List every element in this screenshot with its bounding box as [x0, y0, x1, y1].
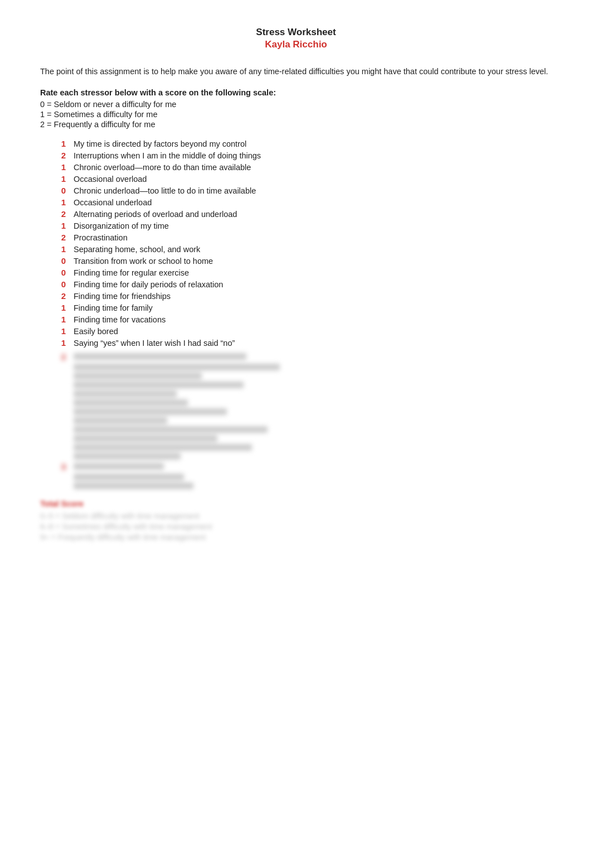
- stressor-row: 1Finding time for vacations: [50, 315, 552, 324]
- stressor-score: 1: [50, 326, 66, 336]
- scale-header: Rate each stressor below with a score on…: [40, 88, 552, 97]
- stressor-row: 1Separating home, school, and work: [50, 244, 552, 254]
- stressor-text: Transition from work or school to home: [74, 257, 552, 266]
- stressor-score: 1: [50, 221, 66, 230]
- stressor-text: Finding time for daily periods of relaxa…: [74, 280, 552, 289]
- stressor-text: Alternating periods of overload and unde…: [74, 210, 552, 219]
- blurred-score: 2: [50, 352, 66, 361]
- blurred-row: [50, 390, 552, 397]
- blurred-row: [50, 453, 552, 460]
- blurred-row: [50, 364, 552, 370]
- stressor-text: Saying “yes” when I later wish I had sai…: [74, 339, 552, 348]
- stressor-row: 1Occasional overload: [50, 174, 552, 184]
- blurred-row: [50, 483, 552, 489]
- blurred-bar: [74, 390, 177, 397]
- stressor-row: 2Finding time for friendships: [50, 291, 552, 301]
- stressor-row: 0Transition from work or school to home: [50, 256, 552, 266]
- stressor-text: Disorganization of my time: [74, 221, 552, 230]
- stressor-row: 1Easily bored: [50, 326, 552, 336]
- stressor-text: Chronic underload—too little to do in ti…: [74, 186, 552, 195]
- blurred-row: [50, 417, 552, 424]
- stressor-score: 2: [50, 209, 66, 219]
- stressor-text: Occasional underload: [74, 198, 552, 207]
- stressor-text: My time is directed by factors beyond my…: [74, 139, 552, 148]
- blurred-bar: [74, 444, 252, 451]
- stressor-text: Easily bored: [74, 327, 552, 336]
- stressor-score: 2: [50, 233, 66, 242]
- total-scale-lines: 0–5 = Seldom difficulty with time manage…: [40, 512, 552, 542]
- blurred-bar: [74, 483, 193, 489]
- stressor-score: 0: [50, 186, 66, 195]
- blurred-row: 3: [50, 462, 552, 471]
- stressor-row: 0Chronic underload—too little to do in t…: [50, 186, 552, 195]
- scale-item-0: 0 = Seldom or never a difficulty for me: [40, 100, 552, 109]
- stressor-text: Procrastination: [74, 233, 552, 242]
- stressor-score: 1: [50, 338, 66, 348]
- blurred-row: [50, 474, 552, 480]
- stressor-score: 0: [50, 279, 66, 289]
- stressor-row: 1My time is directed by factors beyond m…: [50, 139, 552, 148]
- blurred-bar: [74, 417, 167, 424]
- blurred-row: [50, 382, 552, 388]
- stressor-text: Finding time for vacations: [74, 315, 552, 324]
- blurred-bar: [74, 353, 246, 360]
- blurred-bar: [74, 463, 164, 470]
- stressor-row: 2Procrastination: [50, 233, 552, 242]
- total-score-label: Total Score: [40, 499, 552, 508]
- stressor-text: Finding time for friendships: [74, 292, 552, 301]
- blurred-list: 23: [50, 352, 552, 489]
- blurred-bar: [74, 382, 244, 388]
- blurred-bar: [74, 399, 188, 406]
- stressor-score: 1: [50, 303, 66, 312]
- blurred-row: [50, 399, 552, 406]
- scale-item-1: 1 = Sometimes a difficulty for me: [40, 110, 552, 119]
- stressor-score: 0: [50, 268, 66, 277]
- stressor-text: Separating home, school, and work: [74, 245, 552, 254]
- blurred-bar: [74, 373, 202, 379]
- stressor-row: 1Chronic overload—more to do than time a…: [50, 162, 552, 172]
- blurred-row: 2: [50, 352, 552, 361]
- stressor-row: 2Interruptions when I am in the middle o…: [50, 151, 552, 160]
- blurred-score: 3: [50, 462, 66, 471]
- stressor-score: 2: [50, 291, 66, 301]
- stressor-list: 1My time is directed by factors beyond m…: [50, 139, 552, 348]
- stressor-row: 1Occasional underload: [50, 197, 552, 207]
- stressor-text: Occasional overload: [74, 175, 552, 184]
- total-scale-line: 9+ = Frequently difficulty with time man…: [40, 533, 552, 542]
- blurred-row: [50, 444, 552, 451]
- stressor-row: 0Finding time for regular exercise: [50, 268, 552, 277]
- page-header: Stress Worksheet Kayla Ricchio: [40, 27, 552, 50]
- blurred-bar: [74, 426, 268, 433]
- total-scale-line: 0–5 = Seldom difficulty with time manage…: [40, 512, 552, 520]
- stressor-score: 1: [50, 139, 66, 148]
- page-title: Stress Worksheet: [40, 27, 552, 38]
- total-section: Total Score 0–5 = Seldom difficulty with…: [40, 499, 552, 542]
- stressor-score: 1: [50, 315, 66, 324]
- blurred-row: [50, 426, 552, 433]
- blurred-row: [50, 373, 552, 379]
- stressor-score: 1: [50, 244, 66, 254]
- blurred-bar: [74, 453, 181, 460]
- scale-item-2: 2 = Frequently a difficulty for me: [40, 120, 552, 129]
- blurred-bar: [74, 435, 217, 442]
- stressor-row: 1Disorganization of my time: [50, 221, 552, 230]
- stressor-score: 2: [50, 151, 66, 160]
- stressor-score: 0: [50, 256, 66, 266]
- stressor-score: 1: [50, 174, 66, 184]
- blurred-row: [50, 435, 552, 442]
- stressor-row: 2Alternating periods of overload and und…: [50, 209, 552, 219]
- stressor-text: Finding time for family: [74, 303, 552, 312]
- stressor-score: 1: [50, 162, 66, 172]
- scale-section: Rate each stressor below with a score on…: [40, 88, 552, 129]
- page-subtitle: Kayla Ricchio: [40, 39, 552, 50]
- stressor-score: 1: [50, 197, 66, 207]
- stressor-text: Chronic overload—more to do than time av…: [74, 163, 552, 172]
- intro-text: The point of this assignment is to help …: [40, 66, 552, 78]
- stressor-text: Finding time for regular exercise: [74, 268, 552, 277]
- blurred-bar: [74, 408, 227, 415]
- blurred-bar: [74, 364, 280, 370]
- blurred-bar: [74, 474, 184, 480]
- stressor-row: 1Finding time for family: [50, 303, 552, 312]
- stressor-text: Interruptions when I am in the middle of…: [74, 151, 552, 160]
- stressor-row: 1Saying “yes” when I later wish I had sa…: [50, 338, 552, 348]
